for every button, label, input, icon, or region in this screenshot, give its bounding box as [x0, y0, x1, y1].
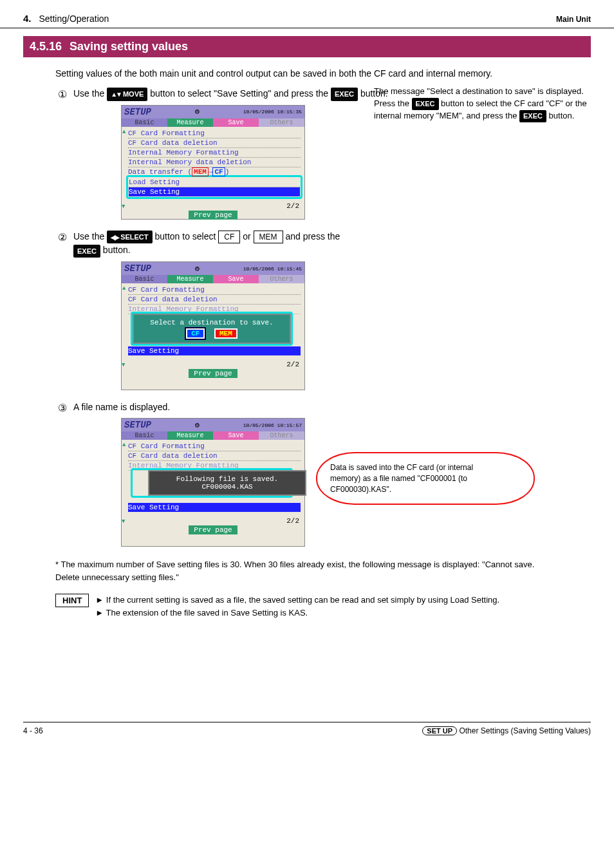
scroll-down-icon[interactable]: ▼ [122, 203, 125, 210]
device-screen-3: SETUP ⚙ 10/05/2006 10:15:57 Basic Measur… [121, 418, 305, 547]
device-tabs: Basic Measure Save Others [122, 118, 304, 127]
step-1: ① Use the MOVE button to select "Save Se… [55, 87, 614, 223]
list-item-save-selected[interactable]: Save Setting [129, 187, 300, 196]
popup-cf-button[interactable]: CF [186, 328, 205, 339]
prev-page-button[interactable]: Prev page [189, 525, 237, 534]
note-text: * The maximum number of Save setting fil… [55, 558, 559, 583]
scroll-up-icon[interactable]: ▲ [122, 129, 126, 135]
device-time: 10/05/2006 10:15:35 [243, 109, 302, 115]
list-item[interactable]: CF Card Formatting [128, 129, 301, 138]
device-title: SETUP [124, 263, 151, 274]
callout-line2: memory) as a file named "CF000001 (to [330, 473, 521, 484]
destination-popup: Select a destination to save. CF MEM [133, 314, 291, 344]
page-footer: 4 - 36 SET UP Other Settings (Saving Set… [23, 722, 591, 735]
highlight-load-save: Load Setting Save Setting [126, 175, 302, 199]
step3-text: A file name is displayed. [73, 401, 408, 414]
list-item[interactable]: CF Card data deletion [128, 451, 301, 461]
move-button: MOVE [107, 88, 147, 101]
step2-text: Use the SELECT button to select CF or ME… [73, 230, 408, 258]
prev-page-button[interactable]: Prev page [189, 369, 237, 378]
file-saved-popup: Following file is saved. CF000004.KAS [148, 470, 306, 496]
tab-save[interactable]: Save [213, 118, 259, 127]
section-banner: 4.5.16 Saving setting values [23, 36, 591, 57]
pager-text: 2/2 [122, 200, 304, 211]
tab-measure[interactable]: Measure [167, 118, 213, 127]
tab-others[interactable]: Others [259, 431, 304, 440]
prev-page-button[interactable]: Prev page [189, 211, 237, 220]
exec-button-inline: EXEC [412, 98, 439, 110]
exec-button-inline2: EXEC [519, 110, 546, 122]
step-3: ③ A file name is displayed. SETUP ⚙ 10/0… [55, 401, 614, 551]
step-number-3: ③ [55, 402, 70, 414]
tab-save[interactable]: Save [213, 431, 259, 440]
list-item[interactable]: Internal Memory Formatting [128, 148, 301, 158]
device-screen-1: SETUP ⚙ 10/05/2006 10:15:35 Basic Measur… [121, 105, 305, 220]
page-header: 4. Setting/Operation Main Unit [0, 0, 614, 28]
unit-label: Main Unit [556, 15, 591, 24]
tab-save[interactable]: Save [213, 275, 259, 283]
popup-file-line2: CF000004.KAS [152, 483, 302, 491]
device-time: 10/05/2006 10:15:57 [243, 422, 302, 428]
list-item[interactable]: CF Card Formatting [128, 285, 301, 295]
scroll-down-icon[interactable]: ▼ [122, 518, 125, 525]
device-screen-2: SETUP ⚙ 10/05/2006 10:15:45 Basic Measur… [121, 261, 305, 390]
pager-text: 2/2 [122, 514, 304, 526]
footer-text: SET UP Other Settings (Saving Setting Va… [422, 726, 591, 735]
hint-label: HINT [55, 594, 89, 607]
hint-line2: ► The extension of the file saved in Sav… [95, 607, 499, 619]
setup-oval-icon: SET UP [422, 726, 457, 735]
list-item-save-selected[interactable]: Save Setting [128, 503, 301, 512]
step-number-1: ① [55, 88, 70, 100]
device-time: 10/05/2006 10:15:45 [243, 266, 302, 272]
list-item[interactable]: Internal Memory data deletion [128, 158, 301, 167]
pager-text: 2/2 [122, 358, 304, 370]
popup-file-line1: Following file is saved. [152, 475, 302, 483]
device-title: SETUP [124, 107, 151, 117]
tab-measure[interactable]: Measure [167, 275, 213, 283]
popup-message: Select a destination to save. [138, 319, 286, 326]
exec-button-2: EXEC [73, 245, 100, 258]
side-note-1: The message "Select a destination to sav… [374, 86, 599, 122]
hint-block: HINT ► If the current setting is saved a… [55, 594, 559, 619]
list-item[interactable]: CF Card data deletion [128, 138, 301, 148]
hint-line1: ► If the current setting is saved as a f… [95, 594, 499, 607]
step-number-2: ② [55, 231, 70, 243]
device-title: SETUP [124, 420, 151, 430]
tab-others[interactable]: Others [259, 275, 304, 283]
tab-basic[interactable]: Basic [122, 118, 167, 127]
footer-page-num: 4 - 36 [23, 726, 43, 735]
list-item-save-selected[interactable]: Save Setting [128, 346, 301, 355]
tab-basic[interactable]: Basic [122, 275, 167, 283]
scroll-up-icon[interactable]: ▲ [122, 285, 126, 292]
list-item-load[interactable]: Load Setting [129, 178, 300, 187]
popup-mem-button[interactable]: MEM [214, 328, 237, 339]
callout-bubble: Data is saved into the CF card (or inter… [316, 452, 535, 505]
scroll-up-icon[interactable]: ▲ [122, 442, 126, 448]
step-2: ② Use the SELECT button to select CF or … [55, 230, 614, 394]
tab-measure[interactable]: Measure [167, 431, 213, 440]
tab-basic[interactable]: Basic [122, 431, 167, 440]
callout-line3: CF000030).KAS". [330, 484, 521, 495]
scroll-down-icon[interactable]: ▼ [122, 362, 125, 368]
mem-option: MEM [254, 231, 283, 243]
list-item[interactable]: CF Card data deletion [128, 295, 301, 305]
intro-text: Setting values of the both main unit and… [55, 66, 568, 80]
callout-line1: Data is saved into the CF card (or inter… [330, 462, 521, 473]
list-item[interactable]: CF Card Formatting [128, 442, 301, 451]
tab-others[interactable]: Others [259, 118, 304, 127]
step1-text: Use the MOVE button to select "Save Sett… [73, 87, 408, 101]
select-button: SELECT [107, 231, 152, 244]
section-title: Setting/Operation [39, 14, 109, 24]
cf-option: CF [218, 231, 240, 243]
section-number: 4. [23, 13, 32, 24]
exec-button: EXEC [331, 88, 358, 101]
banner-title: Saving setting values [70, 40, 188, 53]
banner-number: 4.5.16 [30, 40, 62, 53]
